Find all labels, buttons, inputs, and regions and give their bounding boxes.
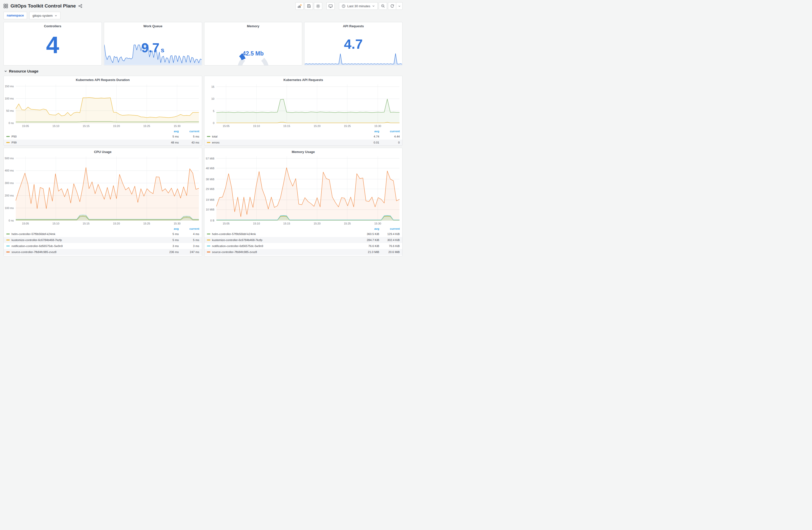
svg-text:200 ms: 200 ms xyxy=(5,194,14,197)
svg-text:29 MiB: 29 MiB xyxy=(206,188,214,191)
panel-title[interactable]: CPU Usage xyxy=(4,148,202,154)
share-alt-icon[interactable] xyxy=(78,4,82,8)
time-range-label: Last 30 minutes xyxy=(347,4,370,8)
panel-k8s-api-requests-duration: Kubernetes API Requests Duration 15:0515… xyxy=(3,76,202,146)
legend-current-value: 5 ms xyxy=(179,135,199,138)
stats-row: Controllers 4 Work Queue 9.7s Memory 42.… xyxy=(3,22,403,65)
dashboard-title[interactable]: GitOps Toolkit Control Plane xyxy=(11,3,76,9)
svg-text:15: 15 xyxy=(211,85,214,88)
svg-text:15:05: 15:05 xyxy=(223,124,230,128)
legend-current-value: 43 ms xyxy=(179,141,199,144)
series-label: helm-controller-57f9b56bbf-k24mk xyxy=(12,233,55,236)
legend-row[interactable]: kustomize-controller-6c6784b468-7kzfp284… xyxy=(204,237,403,243)
legend-header-current[interactable]: current xyxy=(179,130,199,133)
legend-row[interactable]: helm-controller-57f9b56bbf-k24mk5 ms4 ms xyxy=(4,231,202,237)
legend-avg-value: 3 ms xyxy=(161,245,179,248)
svg-text:15:25: 15:25 xyxy=(143,124,150,128)
svg-text:5: 5 xyxy=(213,109,214,113)
legend-header-avg[interactable]: avg xyxy=(161,130,179,133)
refresh-interval-caret[interactable] xyxy=(396,2,403,10)
legend-header-avg[interactable]: avg xyxy=(361,227,379,230)
dashboard-settings-button[interactable] xyxy=(314,2,322,10)
svg-text:100 ms: 100 ms xyxy=(5,97,14,100)
legend-current-value: 247 ms xyxy=(179,250,199,253)
panel-api-requests: API Requests 4.7 xyxy=(304,22,403,65)
panel-title[interactable]: Kubernetes API Requests xyxy=(204,76,403,82)
k8s-api-requests-duration-chart[interactable]: 15:0515:1015:1515:2015:2515:300 ns50 ms1… xyxy=(4,82,201,128)
series-label: kustomize-controller-6c6784b468-7kzfp xyxy=(12,238,62,241)
dashboard-toolbar: Last 30 minutes xyxy=(295,2,403,10)
svg-text:400 ms: 400 ms xyxy=(5,169,14,172)
zoom-out-time-button[interactable] xyxy=(379,2,387,10)
series-color-swatch xyxy=(6,246,10,247)
cycle-view-button[interactable] xyxy=(327,2,335,10)
memory-usage-chart[interactable]: 15:0515:1015:1515:2015:2515:300 B10 MiB1… xyxy=(204,154,402,226)
series-color-swatch xyxy=(207,234,211,235)
dashboard-variables: namespace gitops-system xyxy=(0,11,406,22)
legend-row[interactable]: P9948 ms43 ms xyxy=(4,139,202,146)
series-color-swatch xyxy=(207,239,211,240)
series-label: notification-controller-6d56575dc-5w9n9 xyxy=(12,245,63,248)
panel-title[interactable]: Kubernetes API Requests Duration xyxy=(4,76,202,82)
legend-row[interactable]: source-controller-7fb84fc985-zvsz821.0 M… xyxy=(204,249,403,255)
svg-text:100 ms: 100 ms xyxy=(5,206,14,209)
legend-row[interactable]: notification-controller-6d56575dc-5w9n93… xyxy=(4,243,202,249)
memory-gauge[interactable] xyxy=(232,31,274,65)
panel-title[interactable]: Work Queue xyxy=(104,22,202,29)
legend-header-current[interactable]: current xyxy=(179,227,199,230)
legend-row[interactable]: P505 ms5 ms xyxy=(4,133,202,139)
series-color-swatch xyxy=(6,142,10,143)
legend-avg-value: 5 ms xyxy=(161,135,179,138)
save-dashboard-button[interactable] xyxy=(305,2,313,10)
svg-text:15:05: 15:05 xyxy=(223,222,230,225)
panel-memory-usage: Memory Usage 15:0515:1015:1515:2015:2515… xyxy=(204,148,403,256)
panel-title[interactable]: Controllers xyxy=(4,22,102,29)
svg-text:0 ns: 0 ns xyxy=(9,121,14,124)
legend-avg-value: 5 ms xyxy=(161,238,179,241)
svg-text:15:20: 15:20 xyxy=(113,222,120,225)
svg-text:48 MiB: 48 MiB xyxy=(206,167,214,170)
svg-text:50 ms: 50 ms xyxy=(6,109,14,112)
refresh-button[interactable] xyxy=(388,2,396,10)
svg-text:15:15: 15:15 xyxy=(283,124,290,128)
legend-header-avg[interactable]: avg xyxy=(161,227,179,230)
api-requests-value: 4.7 xyxy=(304,38,402,50)
apps-grid-icon[interactable] xyxy=(3,4,8,8)
panel-title[interactable]: Memory Usage xyxy=(204,148,403,154)
series-label: total xyxy=(212,135,218,138)
svg-text:15:25: 15:25 xyxy=(344,124,351,128)
time-range-picker[interactable]: Last 30 minutes xyxy=(339,2,378,10)
series-color-swatch xyxy=(6,234,10,235)
svg-text:150 ms: 150 ms xyxy=(5,85,14,88)
legend-row[interactable]: helm-controller-57f9b56bbf-k24mk360.5 Ki… xyxy=(204,231,403,237)
legend-row[interactable]: source-controller-7fb84fc985-zvsz8236 ms… xyxy=(4,249,202,255)
legend-header-current[interactable]: current xyxy=(379,227,400,230)
svg-text:300 ms: 300 ms xyxy=(5,181,14,185)
legend-row[interactable]: notification-controller-6d56575dc-5w9n97… xyxy=(204,243,403,249)
legend-header-current[interactable]: current xyxy=(379,130,400,133)
cpu-usage-chart[interactable]: 15:0515:1015:1515:2015:2515:300 ns100 ms… xyxy=(4,154,201,226)
row-resource-usage[interactable]: Resource Usage xyxy=(3,68,403,76)
svg-text:15:15: 15:15 xyxy=(83,222,89,225)
legend-row[interactable]: total4.744.44 xyxy=(204,133,403,139)
caret-down-icon xyxy=(372,4,375,8)
legend-row[interactable]: kustomize-controller-6c6784b468-7kzfp5 m… xyxy=(4,237,202,243)
add-panel-button[interactable] xyxy=(295,2,304,10)
panel-work-queue: Work Queue 9.7s xyxy=(104,22,202,65)
k8s-api-requests-chart[interactable]: 15:0515:1015:1515:2015:2515:30051015 xyxy=(204,82,402,128)
series-color-swatch xyxy=(6,251,10,252)
svg-text:15:20: 15:20 xyxy=(314,222,320,225)
svg-text:38 MiB: 38 MiB xyxy=(206,178,214,181)
legend-current-value: 302.4 KiB xyxy=(379,238,400,241)
panel-title[interactable]: Memory xyxy=(204,22,302,29)
panel-title[interactable]: API Requests xyxy=(304,22,402,29)
legend-avg-value: 360.5 KiB xyxy=(361,233,379,236)
namespace-select[interactable]: gitops-system xyxy=(29,12,60,19)
series-label: source-controller-7fb84fc985-zvsz8 xyxy=(12,250,57,253)
legend-row[interactable]: errors0.010 xyxy=(204,139,403,146)
svg-text:15:25: 15:25 xyxy=(344,222,351,225)
panel-memory-gauge: Memory 42.5 Mb xyxy=(204,22,302,65)
api-requests-sparkline[interactable] xyxy=(305,53,402,65)
legend-header-avg[interactable]: avg xyxy=(361,130,379,133)
legend-avg-value: 284.7 KiB xyxy=(361,238,379,241)
